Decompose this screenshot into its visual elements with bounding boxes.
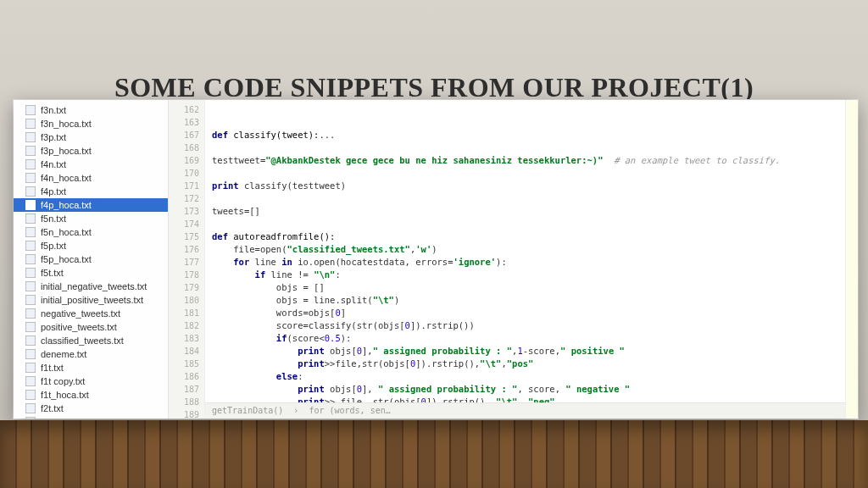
file-label: negative_tweets.txt	[41, 308, 120, 319]
code-line[interactable]: if line != "\n":	[212, 269, 840, 281]
code-line[interactable]: tweets=[]	[212, 205, 840, 218]
file-tree-item[interactable]: f1t copy.txt	[14, 374, 168, 388]
file-label: f2t.txt	[41, 403, 64, 413]
file-icon	[25, 376, 36, 386]
code-line[interactable]: else:	[212, 370, 840, 383]
file-tree-item[interactable]: f2t_hoca.txt	[14, 415, 168, 419]
code-line[interactable]: print>>file,str(objs[0]).rstrip(),"\t","…	[212, 358, 840, 370]
file-tree-item[interactable]: f3n_hoca.txt	[14, 117, 168, 130]
file-label: f2t_hoca.txt	[41, 417, 89, 419]
file-tree-item[interactable]: deneme.txt	[14, 347, 168, 361]
file-tree-item[interactable]: f5p_hoca.txt	[14, 252, 168, 266]
file-label: f3n_hoca.txt	[41, 119, 92, 129]
file-label: f1t.txt	[41, 363, 64, 373]
code-line[interactable]: objs = line.split("\t")	[212, 294, 840, 307]
file-label: f1t_hoca.txt	[41, 390, 89, 400]
file-icon	[25, 308, 36, 319]
file-icon	[25, 281, 36, 291]
file-icon	[25, 403, 36, 413]
file-icon	[25, 200, 36, 210]
code-line[interactable]	[212, 167, 840, 180]
file-icon	[25, 295, 36, 305]
file-icon	[25, 336, 36, 346]
code-line[interactable]: def autoreadfromfile():	[212, 230, 840, 243]
code-line[interactable]: words=objs[0]	[212, 307, 840, 319]
file-tree-item[interactable]: f5p.txt	[14, 239, 168, 252]
file-tree-item[interactable]: f4p_hoca.txt	[14, 198, 168, 212]
code-line[interactable]	[212, 218, 840, 230]
code-line[interactable]: objs = []	[212, 281, 840, 294]
file-label: f3p_hoca.txt	[41, 146, 92, 156]
code-line[interactable]: def classify(tweet):...	[212, 129, 840, 141]
floor-decoration	[0, 420, 868, 488]
file-label: positive_tweets.txt	[41, 322, 117, 332]
file-icon	[25, 227, 36, 237]
file-label: f4p_hoca.txt	[41, 200, 92, 210]
file-icon	[25, 146, 36, 156]
file-icon	[25, 322, 36, 332]
file-label: classified_tweets.txt	[41, 336, 124, 346]
file-tree-item[interactable]: classified_tweets.txt	[14, 334, 168, 347]
code-line[interactable]: print objs[0]," assigned probability : "…	[212, 345, 840, 358]
line-number-gutter: 1621631671681691701711721731741751761771…	[169, 100, 205, 419]
code-line[interactable]: if(score<0.5):	[212, 332, 840, 345]
code-line[interactable]: print objs[0], " assigned probability : …	[212, 383, 840, 396]
file-tree-item[interactable]: f5n.txt	[14, 212, 168, 225]
file-tree-item[interactable]: f4n_hoca.txt	[14, 171, 168, 185]
ide-window: f3n.txtf3n_hoca.txtf3p.txtf3p_hoca.txtf4…	[14, 100, 858, 419]
file-icon	[25, 132, 36, 142]
file-label: f5t.txt	[41, 268, 64, 278]
file-icon	[25, 417, 36, 419]
file-label: f5p_hoca.txt	[41, 254, 92, 264]
file-tree-item[interactable]: f5t.txt	[14, 266, 168, 280]
file-label: f3n.txt	[41, 105, 66, 115]
file-tree-item[interactable]: f2t.txt	[14, 402, 168, 415]
file-label: f5n_hoca.txt	[41, 227, 92, 237]
file-tree-item[interactable]: f1t_hoca.txt	[14, 388, 168, 402]
code-line[interactable]: testtweet="@AkbankDestek gece gece bu ne…	[212, 154, 840, 167]
file-label: f3p.txt	[41, 132, 66, 142]
code-line[interactable]: score=classify(str(objs[0]).rstrip())	[212, 319, 840, 332]
file-icon	[25, 268, 36, 278]
file-label: f5n.txt	[41, 214, 66, 224]
file-label: deneme.txt	[41, 349, 86, 359]
file-icon	[25, 241, 36, 251]
file-tree-item[interactable]: f1t.txt	[14, 361, 168, 374]
file-tree-item[interactable]: f4p.txt	[14, 185, 168, 198]
file-icon	[25, 254, 36, 264]
breadcrumb[interactable]: getTrainData() › for (words, sen…	[205, 402, 845, 419]
code-line[interactable]: print classify(testtweet)	[212, 180, 840, 192]
file-icon	[25, 363, 36, 373]
file-icon	[25, 119, 36, 129]
code-editor[interactable]: def classify(tweet):... testtweet="@Akba…	[205, 100, 845, 419]
file-tree-item[interactable]: f3p.txt	[14, 130, 168, 144]
file-tree-item[interactable]: initial_positive_tweets.txt	[14, 293, 168, 307]
code-line[interactable]: for line in io.open(hocatestdata, errors…	[212, 256, 840, 269]
file-tree-item[interactable]: f5n_hoca.txt	[14, 225, 168, 239]
code-line[interactable]: file=open("classified_tweets.txt",'w')	[212, 243, 840, 256]
minimap[interactable]	[845, 100, 858, 419]
file-label: f4p.txt	[41, 186, 66, 197]
file-tree-item[interactable]: f3p_hoca.txt	[14, 144, 168, 158]
file-label: f4n.txt	[41, 159, 66, 169]
file-tree-sidebar: f3n.txtf3n_hoca.txtf3p.txtf3p_hoca.txtf4…	[14, 100, 169, 419]
slide-title: SOME CODE SNIPPETS FROM OUR PROJECT(1)	[0, 72, 868, 103]
file-icon	[25, 390, 36, 400]
file-label: initial_positive_tweets.txt	[41, 295, 143, 305]
file-icon	[25, 349, 36, 359]
file-icon	[25, 159, 36, 169]
file-icon	[25, 105, 36, 115]
file-label: f5p.txt	[41, 241, 66, 251]
file-tree-item[interactable]: initial_negative_tweets.txt	[14, 280, 168, 293]
file-label: initial_negative_tweets.txt	[41, 281, 147, 291]
code-line[interactable]	[212, 192, 840, 205]
file-tree-item[interactable]: f4n.txt	[14, 158, 168, 171]
file-tree-item[interactable]: positive_tweets.txt	[14, 320, 168, 334]
code-line[interactable]	[212, 141, 840, 154]
file-icon	[25, 186, 36, 197]
file-label: f4n_hoca.txt	[41, 173, 92, 183]
file-tree-item[interactable]: f3n.txt	[14, 103, 168, 117]
file-label: f1t copy.txt	[41, 376, 85, 386]
file-icon	[25, 173, 36, 183]
file-tree-item[interactable]: negative_tweets.txt	[14, 307, 168, 320]
